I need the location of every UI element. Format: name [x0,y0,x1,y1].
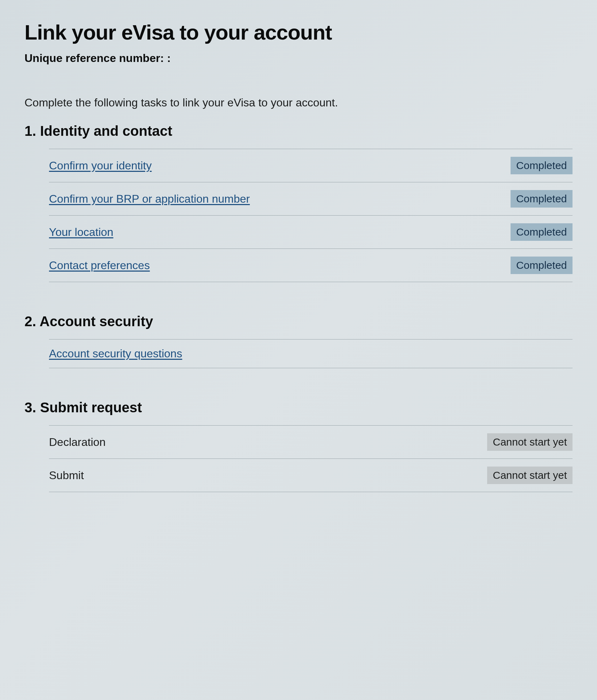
task-row: Confirm your identity Completed [49,149,573,182]
section-security: Account security Account security questi… [24,314,573,368]
task-list-identity: Confirm your identity Completed Confirm … [49,149,573,282]
page-title: Link your eVisa to your account [24,21,573,44]
task-row: Submit Cannot start yet [49,459,573,492]
task-row: Confirm your BRP or application number C… [49,182,573,216]
section-submit: Submit request Declaration Cannot start … [24,400,573,492]
section-identity: Identity and contact Confirm your identi… [24,123,573,282]
status-badge: Cannot start yet [487,433,573,451]
task-link-security-questions[interactable]: Account security questions [49,347,182,360]
task-list-submit: Declaration Cannot start yet Submit Cann… [49,425,573,492]
status-badge: Completed [511,223,573,241]
status-badge: Completed [511,190,573,208]
status-badge: Cannot start yet [487,467,573,484]
intro-text: Complete the following tasks to link you… [24,96,573,109]
task-link-confirm-identity[interactable]: Confirm your identity [49,159,152,172]
status-badge: Completed [511,157,573,174]
task-link-confirm-brp[interactable]: Confirm your BRP or application number [49,192,250,205]
reference-number-label: Unique reference number: : [24,52,573,65]
section-heading-submit: Submit request [24,400,573,415]
status-badge: Completed [511,257,573,274]
task-row: Account security questions [49,339,573,368]
section-heading-security: Account security [24,314,573,329]
task-row: Declaration Cannot start yet [49,425,573,459]
task-row: Your location Completed [49,216,573,249]
task-row: Contact preferences Completed [49,249,573,282]
section-list: Identity and contact Confirm your identi… [24,123,573,492]
task-link-contact-preferences[interactable]: Contact preferences [49,259,150,272]
task-list-security: Account security questions [49,339,573,368]
task-label-declaration: Declaration [49,436,106,449]
task-label-submit: Submit [49,469,84,482]
task-link-your-location[interactable]: Your location [49,226,113,239]
section-heading-identity: Identity and contact [24,123,573,139]
